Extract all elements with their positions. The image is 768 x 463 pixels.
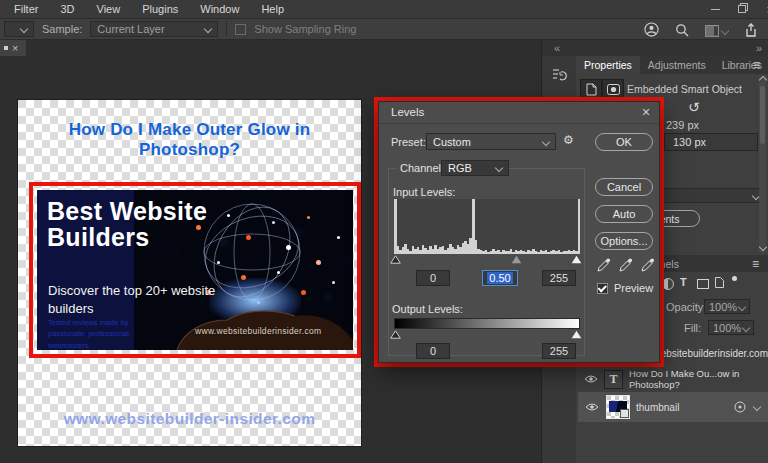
restore-icon[interactable] — [738, 3, 748, 15]
input-white-field[interactable]: 255 — [542, 270, 576, 286]
scroll-down-icon[interactable] — [759, 243, 767, 251]
layer-name[interactable]: How Do I Make Ou...ow in Photoshop? — [629, 368, 768, 390]
minimize-icon[interactable] — [711, 9, 720, 10]
channel-dropdown[interactable]: RGB — [441, 160, 509, 176]
tab-close-icon[interactable]: × — [12, 42, 18, 54]
photoshop-window: Filter 3D View Plugins Window Help × Sam… — [0, 0, 768, 463]
sampling-ring-checkbox[interactable] — [235, 24, 246, 35]
smart-filter-icon[interactable] — [734, 401, 746, 415]
document-tab[interactable]: × — [0, 40, 26, 56]
document-tab-bar — [0, 40, 541, 56]
opacity-label: Opacity: — [666, 301, 706, 313]
fill-label: Fill: — [684, 322, 701, 334]
dialog-close-icon[interactable]: × — [642, 104, 650, 120]
sample-label: Sample: — [42, 23, 82, 35]
input-white-slider[interactable] — [571, 255, 582, 264]
preview-checkbox[interactable] — [597, 283, 608, 294]
output-levels-label: Output Levels: — [392, 303, 463, 315]
layer-thumbnail-preview[interactable] — [606, 395, 630, 419]
output-white-field[interactable]: 255 — [542, 343, 576, 359]
black-point-eyedropper-icon[interactable] — [597, 258, 611, 274]
collapse-left-icon[interactable]: « — [554, 42, 560, 54]
output-black-slider[interactable] — [390, 330, 401, 339]
preview-label: Preview — [614, 282, 653, 294]
sample-layer-dropdown[interactable]: Current Layer — [90, 21, 218, 37]
histogram — [394, 199, 580, 254]
menu-view[interactable]: View — [97, 3, 121, 15]
ok-button[interactable]: OK — [595, 133, 653, 151]
smart-filter-chevron-icon[interactable] — [753, 403, 761, 411]
eye-icon[interactable] — [584, 373, 598, 385]
levels-dialog-titlebar[interactable]: Levels × — [379, 102, 659, 124]
white-point-eyedropper-icon[interactable] — [641, 258, 655, 274]
preview-control[interactable]: Preview — [597, 282, 653, 294]
menu-filter[interactable]: Filter — [14, 3, 38, 15]
canvas-title-text: How Do I Make Outer Glow in Photoshop? — [18, 120, 361, 160]
mask-properties-button[interactable] — [602, 79, 624, 99]
menu-bar: Filter 3D View Plugins Window Help × — [0, 0, 768, 18]
collapse-right-icon[interactable]: » — [756, 42, 762, 54]
channel-label: Channel: — [397, 162, 447, 174]
smart-object-filter-icon[interactable] — [715, 277, 724, 290]
input-gamma-field[interactable]: 0.50 — [482, 270, 518, 286]
auto-button[interactable]: Auto — [595, 205, 653, 223]
type-layer-icon: T — [604, 370, 623, 389]
smart-object-badge-button[interactable] — [580, 79, 602, 99]
layers-menu-icon[interactable]: ≡ — [752, 257, 759, 271]
options-bar: Sample: Current Layer Show Sampling Ring — [0, 18, 768, 40]
history-panel-icon[interactable] — [546, 62, 572, 88]
annotation-box-levels: Levels × Preset: Custom ⚙ OK Cancel Auto… — [374, 97, 664, 367]
unsaved-dot-icon — [4, 46, 8, 50]
gray-point-eyedropper-icon[interactable] — [619, 258, 633, 274]
menu-3d[interactable]: 3D — [60, 3, 74, 15]
properties-tab-bar: Properties Adjustments Libraries — [576, 56, 768, 74]
height-value-field[interactable]: 130 px — [664, 133, 758, 151]
shape-filter-icon[interactable] — [697, 279, 709, 289]
options-button[interactable]: Options... — [595, 232, 653, 250]
layer-name[interactable]: thumbnail — [636, 402, 679, 413]
filter-indicator-dot — [732, 276, 737, 281]
type-filter-icon[interactable]: T — [680, 276, 687, 288]
menu-help[interactable]: Help — [261, 3, 284, 15]
layer-row-title-text[interactable]: T How Do I Make Ou...ow in Photoshop? — [578, 366, 768, 392]
fill-value[interactable]: 100% — [708, 320, 754, 335]
account-icon[interactable] — [644, 22, 659, 39]
levels-dialog: Levels × Preset: Custom ⚙ OK Cancel Auto… — [378, 101, 660, 363]
sample-size-dropdown[interactable] — [4, 21, 34, 37]
output-white-slider[interactable] — [571, 330, 582, 339]
menu-plugins[interactable]: Plugins — [142, 3, 178, 15]
workspace-icon[interactable] — [705, 25, 728, 37]
input-black-field[interactable]: 0 — [416, 270, 450, 286]
options-divider — [226, 22, 227, 36]
preset-options-gear-icon[interactable]: ⚙ — [563, 133, 574, 147]
eye-icon[interactable] — [584, 401, 600, 413]
scroll-up-icon[interactable] — [759, 76, 767, 84]
opacity-value[interactable]: 100% — [704, 299, 750, 314]
dock-header-bar: « » — [542, 40, 768, 56]
sampling-ring-label: Show Sampling Ring — [254, 23, 356, 35]
document-canvas[interactable]: How Do I Make Outer Glow in Photoshop? — [18, 100, 361, 446]
preset-label: Preset: — [391, 136, 426, 148]
output-black-field[interactable]: 0 — [416, 343, 450, 359]
layer-row-thumbnail[interactable]: thumbnail — [578, 392, 768, 422]
properties-scrollbar[interactable] — [759, 76, 766, 252]
tab-properties[interactable]: Properties — [576, 56, 640, 74]
width-value-label: 239 px — [666, 119, 699, 131]
cancel-button[interactable]: Cancel — [595, 178, 653, 196]
share-icon[interactable] — [744, 23, 758, 39]
input-gamma-slider[interactable] — [511, 255, 522, 264]
scrollbar-thumb[interactable] — [760, 86, 765, 144]
output-gradient-bar — [394, 318, 580, 329]
tab-adjustments[interactable]: Adjustments — [640, 56, 714, 74]
input-levels-label: Input Levels: — [393, 186, 455, 198]
smart-object-source-label: Embedded Smart Object — [627, 83, 742, 95]
preset-dropdown[interactable]: Custom — [426, 133, 556, 150]
reset-icon[interactable]: ↺ — [688, 99, 700, 115]
search-icon[interactable] — [675, 23, 689, 39]
input-black-slider[interactable] — [390, 255, 401, 264]
menu-window[interactable]: Window — [200, 3, 239, 15]
properties-menu-icon[interactable]: ≡ — [753, 58, 760, 72]
canvas-footer-url: www.websitebuilder-insider.com — [18, 410, 361, 428]
levels-dialog-title: Levels — [391, 106, 424, 118]
smart-object-corner-badge — [620, 409, 629, 418]
